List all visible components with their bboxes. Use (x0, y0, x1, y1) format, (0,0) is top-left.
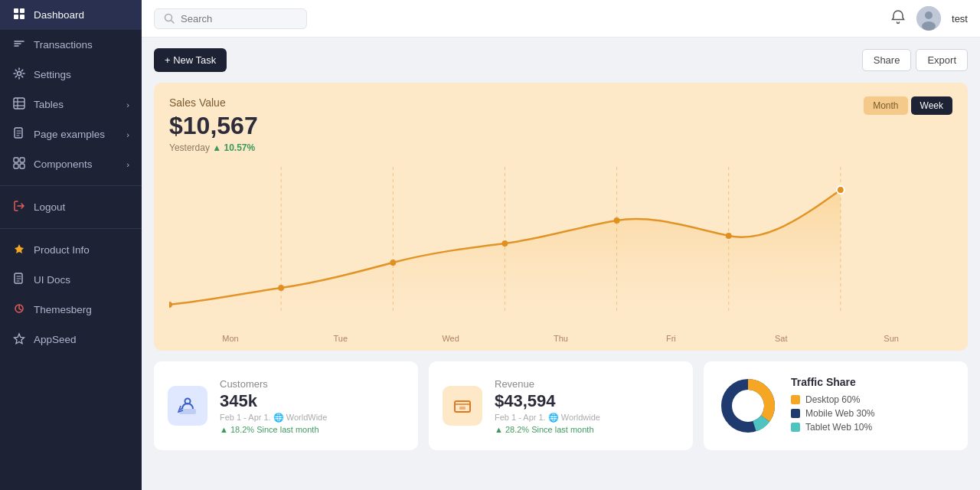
svg-rect-5 (14, 98, 24, 109)
search-input[interactable] (181, 13, 288, 24)
dashboard-icon (12, 8, 26, 22)
svg-rect-12 (14, 164, 18, 168)
sidebar-item-page-examples[interactable]: Page examples › (0, 119, 142, 149)
topbar-right: test (890, 6, 968, 31)
svg-rect-38 (459, 407, 466, 410)
settings-icon (12, 67, 26, 82)
sales-chart-svg (169, 159, 952, 328)
sales-info: Sales Value $10,567 Yesterday ▲ 10.57% (169, 96, 258, 153)
customers-label: Customers (220, 378, 404, 390)
mobile-dot (791, 409, 800, 418)
svg-point-19 (925, 11, 933, 19)
sidebar-item-components[interactable]: Components › (0, 149, 142, 179)
search-box[interactable] (154, 8, 307, 29)
new-task-label: + New Task (165, 54, 216, 66)
chart-label-sat: Sat (726, 334, 836, 343)
svg-point-31 (614, 217, 620, 224)
new-task-button[interactable]: + New Task (154, 48, 227, 72)
legend-mobile: Mobile Web 30% (791, 408, 954, 419)
avatar (916, 6, 941, 31)
chart-label-tue: Tue (286, 334, 396, 343)
customers-meta-text: Feb 1 - Apr 1. 🌐 WorldWide (220, 413, 327, 422)
sales-title: Sales Value (169, 96, 258, 109)
period-month-button[interactable]: Month (864, 96, 907, 115)
svg-rect-13 (20, 164, 24, 168)
svg-rect-3 (20, 15, 24, 19)
sidebar-item-themesberg[interactable]: Themesberg (0, 295, 142, 325)
svg-point-30 (502, 240, 508, 247)
stats-row: Customers 345k Feb 1 - Apr 1. 🌐 WorldWid… (154, 361, 968, 450)
sidebar-label-ui-docs: UI Docs (34, 274, 70, 286)
sidebar-label-components: Components (34, 158, 93, 170)
traffic-card: Traffic Share Desktop 60% Mobile Web 30%… (704, 361, 968, 450)
sidebar-item-product-info[interactable]: Product Info (0, 235, 142, 265)
components-arrow: › (126, 160, 129, 169)
components-icon (12, 157, 26, 172)
svg-point-17 (165, 15, 172, 21)
main-content: test + New Task Share Export Sales Value… (142, 0, 980, 490)
customers-value: 345k (220, 391, 404, 411)
sidebar-item-dashboard[interactable]: Dashboard (0, 0, 142, 30)
traffic-title: Traffic Share (791, 376, 954, 388)
sidebar-item-logout[interactable]: Logout (0, 192, 142, 222)
svg-point-4 (18, 72, 21, 76)
sales-change: ▲ 10.57% (212, 142, 255, 153)
sidebar-label-product-info: Product Info (34, 244, 90, 256)
svg-rect-10 (14, 158, 18, 162)
chart-label-wed: Wed (396, 334, 506, 343)
sidebar-item-appseed[interactable]: AppSeed (0, 325, 142, 354)
sidebar-label-appseed: AppSeed (34, 334, 77, 345)
svg-rect-0 (14, 8, 18, 13)
page-examples-icon (12, 127, 26, 142)
svg-point-29 (390, 260, 396, 266)
sales-sub-label: Yesterday (169, 142, 210, 153)
page-examples-arrow: › (126, 130, 129, 139)
chart-label-sun: Sun (836, 334, 946, 343)
revenue-info: Revenue $43,594 Feb 1 - Apr 1. 🌐 Worldwi… (495, 378, 679, 434)
sidebar-label-themesberg: Themesberg (34, 304, 92, 315)
desktop-label: Desktop 60% (805, 394, 860, 405)
sidebar-label-logout: Logout (34, 201, 65, 213)
notification-bell-icon[interactable] (890, 9, 906, 28)
sidebar-divider-2 (0, 228, 142, 229)
svg-rect-34 (179, 409, 196, 414)
revenue-icon (443, 386, 482, 426)
revenue-meta: Feb 1 - Apr 1. 🌐 Worldwide (495, 413, 679, 423)
svg-point-32 (726, 233, 732, 239)
svg-rect-2 (14, 15, 18, 19)
svg-rect-11 (20, 158, 24, 162)
sidebar-item-ui-docs[interactable]: UI Docs (0, 265, 142, 295)
traffic-donut (717, 375, 779, 436)
topbar: test (142, 0, 980, 38)
customers-change: ▲ 18.2% Since last month (220, 425, 404, 434)
content-area: + New Task Share Export Sales Value $10,… (142, 38, 980, 461)
svg-point-20 (922, 21, 936, 31)
user-name: test (952, 13, 968, 24)
sidebar-item-tables[interactable]: Tables › (0, 90, 142, 119)
tables-icon (12, 97, 26, 112)
customers-info: Customers 345k Feb 1 - Apr 1. 🌐 WorldWid… (220, 378, 404, 434)
sales-chart-card: Sales Value $10,567 Yesterday ▲ 10.57% M… (154, 83, 968, 351)
sidebar-item-settings[interactable]: Settings (0, 60, 142, 90)
ui-docs-icon (12, 273, 26, 287)
sales-value: $10,567 (169, 112, 258, 140)
export-button[interactable]: Export (916, 49, 968, 71)
period-week-button[interactable]: Week (911, 96, 952, 115)
sales-sub: Yesterday ▲ 10.57% (169, 142, 258, 153)
sidebar-label-transactions: Transactions (34, 39, 93, 51)
chart-labels: Mon Tue Wed Thu Fri Sat Sun (169, 331, 952, 343)
traffic-legend: Traffic Share Desktop 60% Mobile Web 30%… (791, 376, 954, 436)
revenue-label: Revenue (495, 378, 679, 390)
logout-icon (12, 200, 26, 214)
customers-card: Customers 345k Feb 1 - Apr 1. 🌐 WorldWid… (154, 361, 418, 450)
revenue-card: Revenue $43,594 Feb 1 - Apr 1. 🌐 Worldwi… (429, 361, 693, 450)
customers-icon (168, 386, 207, 426)
chart-label-fri: Fri (616, 334, 726, 343)
transactions-icon (12, 38, 26, 52)
share-button[interactable]: Share (862, 49, 912, 71)
actions-row: + New Task Share Export (154, 48, 968, 72)
sales-chart-area: Mon Tue Wed Thu Fri Sat Sun (169, 159, 952, 343)
donut-svg (717, 375, 779, 436)
sidebar-item-transactions[interactable]: Transactions (0, 30, 142, 60)
tables-arrow: › (126, 100, 129, 109)
